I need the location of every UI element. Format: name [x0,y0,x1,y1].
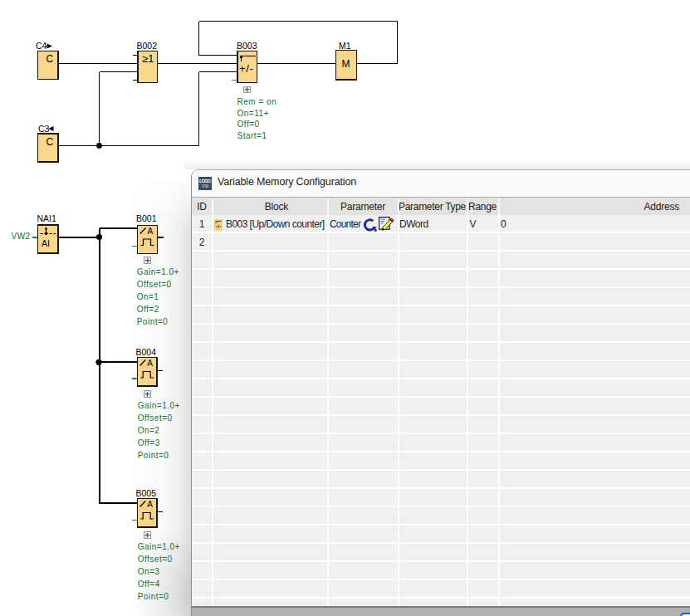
svg-text:Rem = on: Rem = on [237,97,277,106]
svg-text:+/-: +/- [239,62,253,75]
svg-text:M: M [342,58,350,70]
svg-text:B003: B003 [237,41,257,51]
svg-text:C4: C4 [36,41,47,51]
svg-text:C: C [46,136,54,148]
svg-text:VW2: VW2 [12,232,31,241]
svg-text:AI: AI [42,238,50,248]
svg-text:LOGO: LOGO [199,178,211,183]
svg-text:Start=1: Start=1 [237,131,267,140]
svg-text:On=11+: On=11+ [237,109,269,118]
svg-text:M1: M1 [339,41,351,51]
svg-text:B002: B002 [137,41,158,51]
svg-text:C: C [46,53,54,65]
svg-text:C3: C3 [38,124,50,134]
svg-text:VB: VB [202,183,209,188]
svg-text:Off=0: Off=0 [237,120,260,129]
svg-text:≥1: ≥1 [143,53,154,65]
svg-text:NAI1: NAI1 [37,213,57,223]
